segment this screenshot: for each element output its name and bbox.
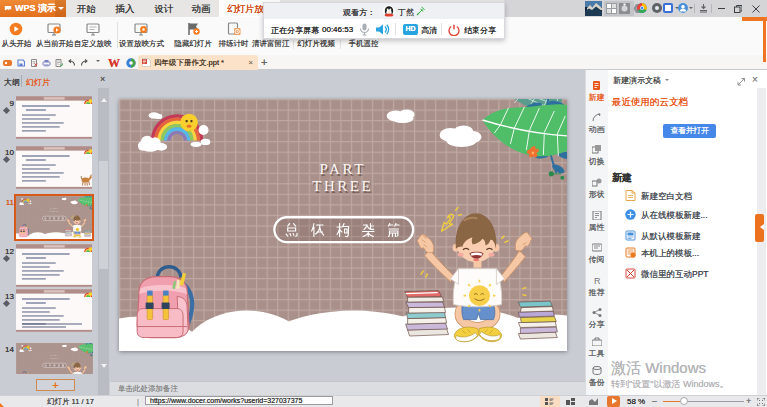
svg-text:R: R	[594, 276, 601, 285]
